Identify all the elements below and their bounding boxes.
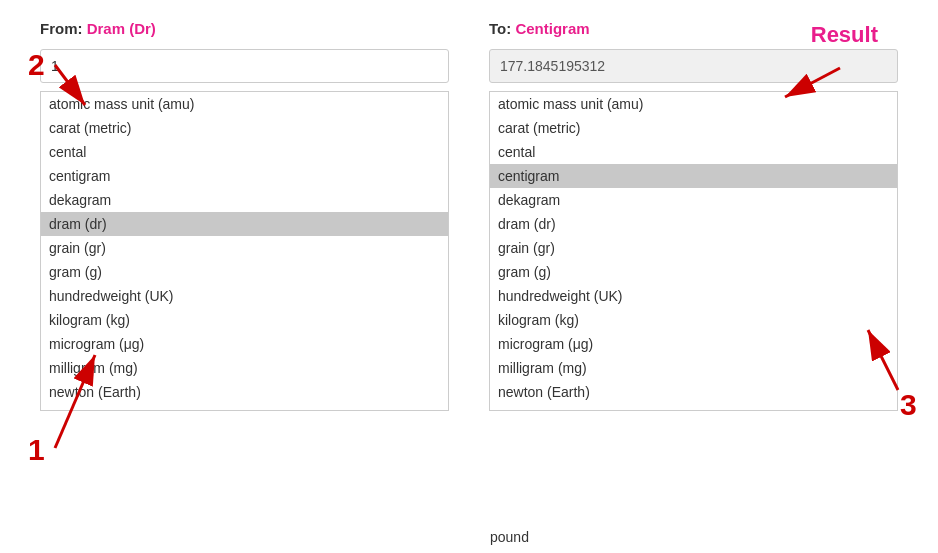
from-header: From: Dram (Dr) [40, 20, 449, 37]
from-unit-item-grain[interactable]: grain (gr) [41, 236, 448, 260]
to-unit-item-microgram[interactable]: microgram (μg) [490, 332, 897, 356]
from-unit-item-amu[interactable]: atomic mass unit (amu) [41, 92, 448, 116]
to-label: To: [489, 20, 511, 37]
from-unit-item-centigram[interactable]: centigram [41, 164, 448, 188]
from-unit-list[interactable]: atomic mass unit (amu)carat (metric)cent… [40, 91, 449, 411]
to-unit-item-hundredweight_uk[interactable]: hundredweight (UK) [490, 284, 897, 308]
from-unit-item-kilogram[interactable]: kilogram (kg) [41, 308, 448, 332]
from-unit-item-newton[interactable]: newton (Earth) [41, 380, 448, 404]
to-unit-item-newton[interactable]: newton (Earth) [490, 380, 897, 404]
to-unit-item-ounce[interactable]: ounce (oz) [490, 404, 897, 411]
from-unit-item-hundredweight_uk[interactable]: hundredweight (UK) [41, 284, 448, 308]
from-unit-item-dekagram[interactable]: dekagram [41, 188, 448, 212]
from-panel: From: Dram (Dr) atomic mass unit (amu)ca… [40, 20, 449, 411]
from-unit-name: Dram (Dr) [87, 20, 156, 37]
result-label: Result [811, 22, 878, 48]
bottom-note: pound [490, 529, 529, 545]
from-unit-item-gram[interactable]: gram (g) [41, 260, 448, 284]
to-unit-name: Centigram [515, 20, 589, 37]
to-unit-list[interactable]: atomic mass unit (amu)carat (metric)cent… [489, 91, 898, 411]
to-unit-item-grain[interactable]: grain (gr) [490, 236, 897, 260]
from-unit-item-dram[interactable]: dram (dr) [41, 212, 448, 236]
to-unit-item-milligram[interactable]: milligram (mg) [490, 356, 897, 380]
to-panel: To: Centigram 177.1845195312 atomic mass… [489, 20, 898, 411]
main-container: From: Dram (Dr) atomic mass unit (amu)ca… [0, 0, 938, 431]
from-unit-item-carat[interactable]: carat (metric) [41, 116, 448, 140]
from-unit-item-microgram[interactable]: microgram (μg) [41, 332, 448, 356]
to-unit-item-cental[interactable]: cental [490, 140, 897, 164]
result-field: 177.1845195312 [489, 49, 898, 83]
to-unit-item-centigram[interactable]: centigram [490, 164, 897, 188]
from-input[interactable] [40, 49, 449, 83]
to-unit-item-kilogram[interactable]: kilogram (kg) [490, 308, 897, 332]
to-unit-item-dram[interactable]: dram (dr) [490, 212, 897, 236]
to-unit-item-dekagram[interactable]: dekagram [490, 188, 897, 212]
from-label: From: [40, 20, 83, 37]
to-unit-item-gram[interactable]: gram (g) [490, 260, 897, 284]
svg-text:1: 1 [28, 433, 45, 466]
from-unit-item-cental[interactable]: cental [41, 140, 448, 164]
from-unit-item-ounce[interactable]: ounce (oz) [41, 404, 448, 411]
to-unit-item-carat[interactable]: carat (metric) [490, 116, 897, 140]
from-unit-item-milligram[interactable]: milligram (mg) [41, 356, 448, 380]
to-unit-item-amu[interactable]: atomic mass unit (amu) [490, 92, 897, 116]
